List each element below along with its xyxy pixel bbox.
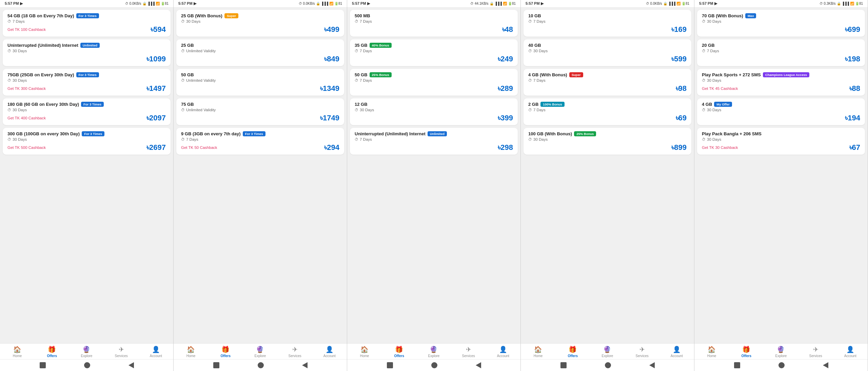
validity-text: 7 Days (533, 19, 546, 23)
plan-card[interactable]: 4 GB (With Bonus)Super⏱7 Days৳98 (524, 69, 691, 96)
plan-badge: For 3 Times (76, 13, 99, 18)
plan-validity: ⏱30 Days (7, 137, 166, 141)
plan-title: 9 GB (3GB on every 7th day) (181, 131, 241, 136)
sys-circle-btn[interactable] (84, 362, 90, 368)
clock-icon: ⏱ (528, 137, 532, 141)
nav-item-services[interactable]: ✈Services (460, 346, 477, 358)
plan-title: 180 GB (60 GB on Every 30th Day) (7, 102, 79, 107)
nav-item-services[interactable]: ✈Services (634, 346, 651, 358)
plan-footer: ৳198 (702, 55, 860, 63)
plan-card[interactable]: Play Pack Sports + 272 SMSChampions Leag… (697, 69, 865, 96)
cashback-text: Get TK 30 Cashback (702, 145, 738, 150)
validity-text: 30 Days (707, 19, 721, 23)
plan-card[interactable]: 25 GB (With Bonus)Super⏱30 Days৳499 (176, 10, 344, 37)
sys-square-btn[interactable] (387, 362, 393, 368)
plan-card[interactable]: 50 GB⏱Unlimited Validity৳1349 (176, 69, 344, 96)
nav-icon-home: 🏠 (708, 346, 716, 353)
nav-item-home[interactable]: 🏠Home (703, 346, 720, 358)
plan-card[interactable]: 75 GB⏱Unlimited Validity৳1749 (176, 98, 344, 125)
sys-square-btn[interactable] (40, 362, 46, 368)
plan-card[interactable]: 75GB (25GB on Every 30th Day)For 3 Times… (3, 69, 171, 96)
plan-card[interactable]: 70 GB (With Bonus)Max⏱30 Days৳699 (697, 10, 865, 37)
plan-card[interactable]: 10 GB⏱7 Days৳169 (524, 10, 691, 37)
nav-item-services[interactable]: ✈Services (287, 346, 303, 358)
nav-item-offers[interactable]: 🎁Offers (43, 346, 60, 358)
nav-item-explore[interactable]: 🔮Explore (252, 346, 269, 358)
plan-validity: ⏱7 Days (528, 78, 687, 82)
plan-card[interactable]: 500 MB⏱7 Days৳48 (350, 10, 518, 37)
nav-label-offers: Offers (47, 354, 57, 358)
validity-text: 7 Days (186, 137, 198, 141)
plan-badge: For 3 Times (81, 102, 104, 107)
plan-card[interactable]: Play Pack Bangla + 206 SMS⏱30 DaysGet TK… (697, 128, 865, 155)
plan-card[interactable]: 300 GB (100GB on every 30th Day)For 3 Ti… (3, 128, 171, 155)
plan-card[interactable]: 180 GB (60 GB on Every 30th Day)For 3 Ti… (3, 98, 171, 125)
sys-square-btn[interactable] (734, 362, 740, 368)
plan-validity: ⏱7 Days (181, 137, 339, 141)
plan-card[interactable]: 50 GB25% Bonus⏱7 Days৳289 (350, 69, 518, 96)
clock-icon: ⏱ (7, 49, 11, 53)
nav-item-offers[interactable]: 🎁Offers (391, 346, 408, 358)
plan-card[interactable]: 40 GB⏱30 Days৳599 (524, 39, 691, 66)
plan-badge: Max (745, 13, 756, 18)
plan-badge: 25% Bonus (370, 72, 392, 77)
sys-square-btn[interactable] (560, 362, 567, 368)
plan-card[interactable]: Uninterrupted (Unlimited) InternetUnlimi… (350, 128, 518, 155)
nav-item-services[interactable]: ✈Services (807, 346, 824, 358)
plan-card[interactable]: 35 GB40% Bonus⏱7 Days৳249 (350, 39, 518, 66)
nav-item-account[interactable]: 👤Account (842, 346, 859, 358)
sys-circle-btn[interactable] (431, 362, 437, 368)
nav-item-explore[interactable]: 🔮Explore (78, 346, 95, 358)
plan-card[interactable]: 20 GB⏱7 Days৳198 (697, 39, 865, 66)
plan-price: ৳1099 (146, 55, 166, 63)
plan-validity: ⏱7 Days (355, 19, 513, 23)
plan-validity: ⏱7 Days (702, 49, 860, 53)
plan-badge: My Offer (714, 102, 732, 107)
plan-card[interactable]: 12 GB⏱30 Days৳399 (350, 98, 518, 125)
nav-item-home[interactable]: 🏠Home (530, 346, 547, 358)
sys-square-btn[interactable] (213, 362, 219, 368)
nav-item-services[interactable]: ✈Services (113, 346, 130, 358)
system-bar (694, 359, 868, 371)
plan-card[interactable]: 2 GB100% Bonus⏱7 Days৳69 (524, 98, 691, 125)
nav-item-offers[interactable]: 🎁Offers (564, 346, 581, 358)
clock-icon: ⏱ (702, 19, 706, 23)
plan-card[interactable]: 25 GB⏱Unlimited Validity৳849 (176, 39, 344, 66)
system-bar (347, 359, 520, 371)
sys-back-btn[interactable] (476, 362, 481, 368)
nav-item-home[interactable]: 🏠Home (356, 346, 373, 358)
nav-item-account[interactable]: 👤Account (495, 346, 512, 358)
plan-validity: ⏱7 Days (355, 78, 513, 82)
nav-item-account[interactable]: 👤Account (147, 346, 164, 358)
bottom-nav: 🏠Home🎁Offers🔮Explore✈Services👤Account (521, 343, 694, 359)
plan-price: ৳298 (498, 143, 513, 152)
nav-item-explore[interactable]: 🔮Explore (772, 346, 789, 358)
nav-label-account: Account (497, 354, 509, 358)
plan-card[interactable]: 54 GB (18 GB on Every 7th Day)For 3 Time… (3, 10, 171, 37)
status-bar: 5:57 PM ▶ ⏱ 0.3KB/s 🔒 ▐▐▐ 📶 🔋81 (694, 0, 868, 7)
sys-back-btn[interactable] (823, 362, 828, 368)
nav-item-explore[interactable]: 🔮Explore (425, 346, 442, 358)
plan-title: 100 GB (With Bonus) (528, 131, 572, 136)
plan-price: ৳2097 (146, 114, 166, 122)
nav-item-offers[interactable]: 🎁Offers (217, 346, 234, 358)
nav-item-explore[interactable]: 🔮Explore (599, 346, 616, 358)
nav-item-home[interactable]: 🏠Home (9, 346, 26, 358)
nav-item-account[interactable]: 👤Account (321, 346, 338, 358)
nav-item-offers[interactable]: 🎁Offers (738, 346, 755, 358)
sys-circle-btn[interactable] (778, 362, 785, 368)
validity-text: 7 Days (533, 78, 546, 82)
nav-label-explore: Explore (255, 354, 266, 358)
sys-circle-btn[interactable] (605, 362, 611, 368)
nav-item-home[interactable]: 🏠Home (182, 346, 199, 358)
sys-circle-btn[interactable] (258, 362, 264, 368)
sys-back-btn[interactable] (129, 362, 134, 368)
plan-card[interactable]: Uninterrupted (Unlimited) InternetUnlimi… (3, 39, 171, 66)
sys-back-btn[interactable] (302, 362, 308, 368)
plan-card[interactable]: 9 GB (3GB on every 7th day)For 3 Times⏱7… (176, 128, 344, 155)
sys-back-btn[interactable] (649, 362, 655, 368)
plan-card[interactable]: 100 GB (With Bonus)25% Bonus⏱30 Days৳899 (524, 128, 691, 155)
plan-card[interactable]: 4 GBMy Offer⏱30 Days৳194 (697, 98, 865, 125)
nav-item-account[interactable]: 👤Account (668, 346, 685, 358)
plan-title: Uninterrupted (Unlimited) Internet (7, 43, 78, 48)
